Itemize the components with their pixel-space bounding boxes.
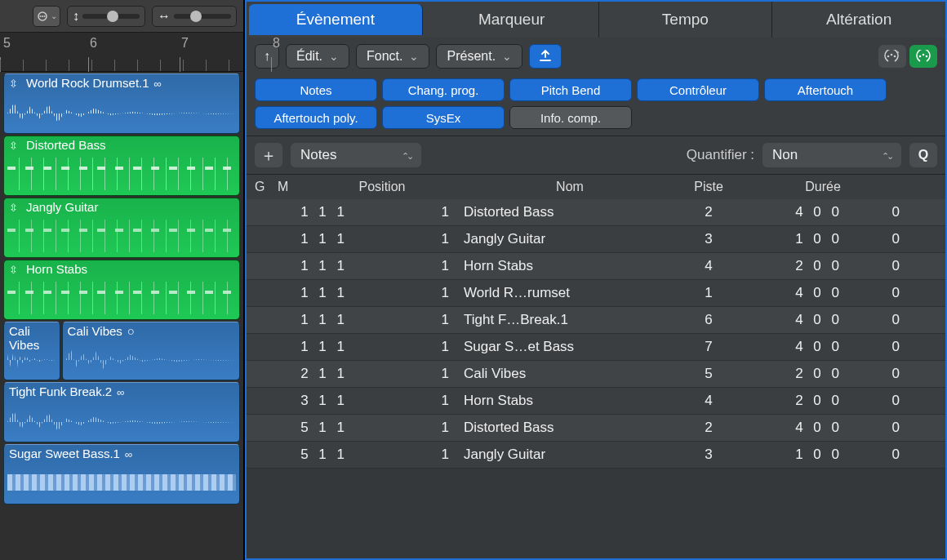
tab-label: Tempo — [662, 11, 709, 29]
cell-name: Jangly Guitar — [464, 447, 676, 463]
tab-alteration[interactable]: Altération — [772, 2, 945, 38]
tracks-pane: ⌄ ↕ ↔ 5 6 7 8 World Rock Drumset.1 — [0, 0, 245, 560]
vertical-zoom-slider[interactable]: ↕ — [67, 6, 145, 27]
region-tight-funk-break[interactable]: Tight Funk Break.2 — [3, 382, 240, 442]
tab-tempo[interactable]: Tempo — [599, 2, 773, 38]
playhead-icon — [538, 49, 553, 64]
table-row[interactable]: 1 1 11Distorted Bass24 0 00 — [247, 199, 945, 226]
loop-icon — [117, 384, 124, 398]
updown-icon — [9, 138, 21, 152]
svg-point-2 — [42, 16, 43, 17]
tracks-toolbar: ⌄ ↕ ↔ — [0, 0, 243, 33]
col-position[interactable]: Position — [300, 180, 464, 194]
region-jangly-guitar[interactable]: Jangly Guitar — [3, 198, 240, 258]
col-g[interactable]: G — [255, 180, 278, 194]
cell-duration-frac: 0 — [847, 339, 905, 355]
cell-duration-frac: 0 — [847, 393, 905, 409]
region-world-rock-drumset[interactable]: World Rock Drumset.1 — [3, 73, 240, 134]
table-row[interactable]: 2 1 11Cali Vibes52 0 00 — [247, 361, 945, 388]
cell-position: 1 1 1 — [300, 285, 353, 301]
view-menu[interactable]: Présent. — [436, 44, 522, 69]
region-label: Cali Vibes — [9, 324, 60, 352]
color-palette: › — [878, 45, 937, 68]
table-row[interactable]: 5 1 11Distorted Bass24 0 00 — [247, 415, 945, 442]
edit-menu[interactable]: Édit. — [286, 44, 349, 69]
add-event-button[interactable]: ＋ — [255, 143, 282, 167]
palette-track-color[interactable] — [909, 45, 937, 68]
cell-duration: 4 0 0 — [741, 339, 847, 355]
filter-aftertouch[interactable]: Aftertouch — [764, 78, 887, 101]
filter-label: Contrôleur — [669, 83, 727, 97]
view-menu-button[interactable]: ⌄ — [33, 6, 60, 27]
quantize-label: Quantifier : — [687, 147, 754, 163]
region-cali-vibes-b[interactable]: Cali Vibes ○ — [62, 322, 240, 380]
tab-marker[interactable]: Marqueur — [425, 2, 599, 38]
svg-point-4 — [890, 54, 892, 56]
horizontal-zoom-slider[interactable]: ↔ — [152, 6, 237, 27]
svg-point-9 — [926, 56, 928, 58]
table-row[interactable]: 1 1 11Horn Stabs42 0 00 — [247, 253, 945, 280]
ruler-mark: 6 — [90, 36, 97, 51]
ruler-mark: 7 — [181, 36, 189, 51]
region-distorted-bass[interactable]: Distorted Bass — [3, 136, 240, 196]
table-row[interactable]: 1 1 11Sugar S…et Bass74 0 00 — [247, 334, 945, 361]
event-rows[interactable]: 1 1 11Distorted Bass24 0 001 1 11Jangly … — [247, 199, 945, 558]
col-m[interactable]: M — [278, 180, 300, 194]
filter-notes[interactable]: Notes — [255, 78, 377, 101]
palette-region-color[interactable]: › — [878, 45, 906, 68]
quantize-select[interactable]: Non — [762, 143, 901, 167]
tab-label: Évènement — [296, 11, 375, 29]
event-list-pane: Évènement Marqueur Tempo Altération ↑ Éd… — [245, 0, 947, 560]
table-row[interactable]: 3 1 11Horn Stabs42 0 00 — [247, 388, 945, 415]
cell-duration: 1 0 0 — [741, 447, 847, 463]
event-type-select[interactable]: Notes — [291, 143, 421, 167]
filter-pitch-bend[interactable]: Pitch Bend — [509, 78, 632, 101]
menu-label: Présent. — [447, 49, 496, 64]
col-nom[interactable]: Nom — [464, 180, 676, 194]
table-row[interactable]: 1 1 11World R…rumset14 0 00 — [247, 280, 945, 307]
event-toolbar: ↑ Édit. Fonct. Présent. › — [247, 38, 945, 75]
filter-sysex[interactable]: SysEx — [382, 106, 505, 129]
tracks-area[interactable]: World Rock Drumset.1 Distorted Bass Jang… — [0, 72, 243, 560]
functions-menu[interactable]: Fonct. — [356, 44, 429, 69]
col-piste[interactable]: Piste — [676, 180, 741, 194]
chevron-down-icon — [329, 49, 339, 64]
table-row[interactable]: 1 1 11Jangly Guitar31 0 00 — [247, 226, 945, 253]
region-horn-stabs[interactable]: Horn Stabs — [3, 260, 240, 320]
cell-position: 1 1 1 — [300, 312, 353, 328]
cell-piste: 2 — [676, 420, 741, 436]
region-cali-vibes-a[interactable]: Cali Vibes — [3, 322, 60, 380]
cell-name: World R…rumset — [464, 285, 676, 301]
event-controls: ＋ Notes Quantifier : Non Q — [247, 136, 945, 175]
cell-subposition: 1 — [353, 393, 464, 409]
tab-label: Altération — [826, 11, 891, 29]
filter-label: Info. comp. — [540, 111, 601, 125]
cell-duration-frac: 0 — [847, 366, 905, 382]
filter-info[interactable]: Info. comp. — [509, 106, 632, 129]
tab-event[interactable]: Évènement — [249, 4, 423, 35]
cell-subposition: 1 — [353, 420, 464, 436]
table-row[interactable]: 5 1 11Jangly Guitar31 0 00 — [247, 442, 945, 469]
region-sugar-sweet-bass[interactable]: Sugar Sweet Bass.1 — [3, 444, 240, 504]
filter-label: Aftertouch poly. — [273, 111, 358, 125]
quantize-button[interactable]: Q — [909, 143, 937, 167]
svg-point-6 — [893, 56, 896, 58]
region-label: Tight Funk Break.2 — [9, 384, 112, 398]
svg-point-8 — [919, 56, 922, 58]
plus-icon: ＋ — [260, 144, 277, 167]
region-label: Sugar Sweet Bass.1 — [9, 447, 120, 460]
table-row[interactable]: 1 1 11Tight F…Break.164 0 00 — [247, 307, 945, 334]
cell-subposition: 1 — [353, 339, 464, 355]
timeline-ruler[interactable]: 5 6 7 8 — [0, 33, 243, 72]
filter-label: Chang. prog. — [408, 83, 479, 97]
filter-poly-aftertouch[interactable]: Aftertouch poly. — [255, 106, 377, 129]
filter-controller[interactable]: Contrôleur — [637, 78, 759, 101]
col-duree[interactable]: Durée — [741, 180, 905, 194]
palette-icon — [915, 50, 931, 63]
filter-label: Notes — [300, 83, 331, 97]
filter-prog-change[interactable]: Chang. prog. — [382, 78, 505, 101]
catch-playhead-button[interactable] — [529, 44, 562, 69]
cell-duration: 4 0 0 — [741, 204, 847, 220]
cell-duration-frac: 0 — [847, 285, 905, 301]
svg-point-3 — [44, 16, 46, 17]
